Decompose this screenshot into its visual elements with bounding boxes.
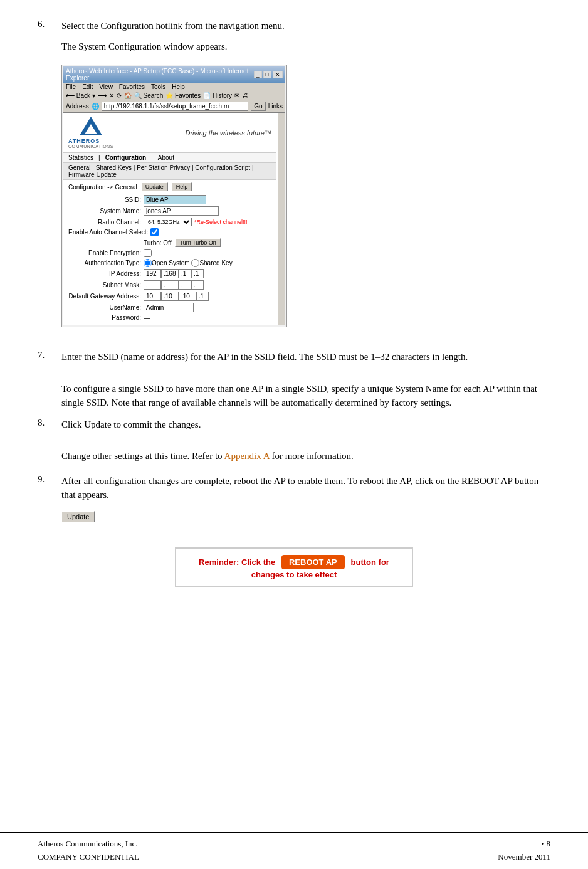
home-btn[interactable]: 🏠 <box>124 92 132 99</box>
menu-edit[interactable]: Edit <box>82 83 93 90</box>
step-6-text-2: The System Configuration window appears. <box>61 40 550 54</box>
radio-row: Radio Channel: 64, 5.32GHz *Re-Select ch… <box>68 218 271 226</box>
auto-channel-checkbox[interactable] <box>150 228 159 236</box>
footer: Atheros Communications, Inc. COMPANY CON… <box>0 832 588 869</box>
subnet-row: Subnet Mask: <box>68 280 271 290</box>
browser-controls[interactable]: _ □ ✕ <box>254 71 283 78</box>
ssid-input[interactable] <box>144 195 206 204</box>
update-button[interactable]: Update <box>141 182 168 191</box>
appendix-link[interactable]: Appendix A <box>224 451 270 461</box>
auth-row: Authentication Type: Open System Shared … <box>68 259 271 267</box>
search-btn[interactable]: 🔍 Search <box>134 92 163 99</box>
address-label: Address <box>66 103 89 110</box>
subnet-3[interactable] <box>179 280 191 290</box>
menu-view[interactable]: View <box>99 83 113 90</box>
auth-shared-radio[interactable] <box>191 259 199 267</box>
step-6-content: Select the Configuration hotlink from th… <box>61 19 550 339</box>
maximize-btn[interactable]: □ <box>263 71 271 78</box>
nav-statistics[interactable]: Statistics <box>68 154 93 161</box>
gateway-label: Default Gateway Address: <box>68 293 144 300</box>
subnet-2[interactable] <box>161 280 179 290</box>
history-btn[interactable]: 📄 History <box>203 92 232 99</box>
minimize-btn[interactable]: _ <box>254 71 262 78</box>
ip-oct1[interactable] <box>144 269 161 278</box>
browser-titlebar: Atheros Web Interface - AP Setup (FCC Ba… <box>63 66 285 83</box>
atheros-communications: COMMUNICATIONS <box>68 144 113 149</box>
mail-btn[interactable]: ✉ <box>234 92 239 99</box>
ap-header: ATHEROS COMMUNICATIONS Driving the wirel… <box>63 113 276 153</box>
turbo-btn[interactable]: Turn Turbo On <box>175 238 220 247</box>
browser-content: ATHEROS COMMUNICATIONS Driving the wirel… <box>63 112 285 325</box>
nav-configuration[interactable]: Configuration <box>105 154 147 161</box>
ip-row: IP Address: <box>68 269 271 278</box>
password-row: Password: — <box>68 314 271 321</box>
favorites-btn[interactable]: ⭐ Favorites <box>165 92 201 99</box>
subnet-1[interactable] <box>144 280 161 290</box>
refresh-btn[interactable]: ⟳ <box>117 92 122 99</box>
sysname-label: System Name: <box>68 208 144 214</box>
gw-2[interactable] <box>161 292 179 301</box>
footer-left: Atheros Communications, Inc. COMPANY CON… <box>38 838 139 864</box>
ssid-row: SSID: <box>68 195 271 204</box>
menu-favorites[interactable]: Favorites <box>119 83 145 90</box>
back-btn[interactable]: ⟵ Back ▾ <box>66 92 95 99</box>
turbo-label: Turbo: Off <box>144 240 171 246</box>
menu-tools[interactable]: Tools <box>151 83 165 90</box>
step-number-8: 8. <box>38 418 61 438</box>
atheros-name: ATHEROS <box>68 138 113 144</box>
ap-config: Configuration -> General Update Help SSI… <box>63 180 276 325</box>
subnet-label: Subnet Mask: <box>68 282 144 288</box>
forward-btn[interactable]: ⟶ <box>98 92 107 99</box>
gw-4[interactable] <box>196 292 209 301</box>
go-btn[interactable]: Go <box>251 102 265 111</box>
auto-channel-label: Enable Auto Channel Select: <box>68 229 150 236</box>
browser-addressbar: Address 🌐 Go Links <box>63 100 285 112</box>
footer-company: Atheros Communications, Inc. <box>38 838 139 851</box>
ip-oct4[interactable] <box>191 269 204 278</box>
change-settings-para: Change other settings at this time. Refe… <box>61 449 550 466</box>
browser-screenshot: Atheros Web Interface - AP Setup (FCC Ba… <box>61 65 287 327</box>
gw-3[interactable] <box>179 292 196 301</box>
nav-about[interactable]: About <box>158 154 174 161</box>
auth-shared-label: Shared Key <box>199 260 232 266</box>
menu-help[interactable]: Help <box>172 83 185 90</box>
sysname-input[interactable] <box>144 206 219 216</box>
step-7-text: Enter the SSID (name or address) for the… <box>61 350 550 364</box>
ip-oct3[interactable] <box>179 269 191 278</box>
separator-line <box>61 466 550 466</box>
step-number-9: 9. <box>38 474 61 522</box>
update-button-inline[interactable]: Update <box>61 511 95 522</box>
atheros-triangle-inner <box>85 124 97 134</box>
menu-file[interactable]: File <box>66 83 76 90</box>
reboot-ap-button[interactable]: REBOOT AP <box>281 555 345 569</box>
auth-open-radio[interactable] <box>144 259 152 267</box>
subnet-4[interactable] <box>191 280 204 290</box>
radio-label: Radio Channel: <box>68 219 144 226</box>
username-input[interactable] <box>144 303 194 312</box>
step-7: 7. Enter the SSID (name or address) for … <box>38 350 550 371</box>
stop-btn[interactable]: ✕ <box>109 92 114 99</box>
auth-label: Authentication Type: <box>68 260 144 266</box>
para-7-8-text: To configure a single SSID to have more … <box>61 382 550 410</box>
sysname-row: System Name: <box>68 206 271 216</box>
links-label: Links <box>268 103 283 110</box>
radio-select[interactable]: 64, 5.32GHz <box>144 218 192 226</box>
ssid-label: SSID: <box>68 196 144 203</box>
close-btn[interactable]: ✕ <box>273 71 283 78</box>
scrollbar[interactable] <box>278 113 285 325</box>
reminder-prefix: Reminder: Click the <box>199 557 275 567</box>
footer-confidential: COMPANY CONFIDENTIAL <box>38 851 139 864</box>
username-label: UserName: <box>68 304 144 311</box>
browser-menubar: File Edit View Favorites Tools Help <box>63 83 285 91</box>
gw-1[interactable] <box>144 292 161 301</box>
step-6: 6. Select the Configuration hotlink from… <box>38 19 550 339</box>
encrypt-checkbox[interactable] <box>144 249 152 257</box>
step-9: 9. After all configuration changes are c… <box>38 474 550 522</box>
password-value: — <box>144 314 150 321</box>
print-btn[interactable]: 🖨 <box>242 92 248 99</box>
step-6-text-1: Select the Configuration hotlink from th… <box>61 19 550 33</box>
help-button[interactable]: Help <box>172 182 192 191</box>
ip-oct2[interactable] <box>161 269 179 278</box>
footer-date: November 2011 <box>498 851 550 864</box>
address-input[interactable] <box>102 102 249 111</box>
